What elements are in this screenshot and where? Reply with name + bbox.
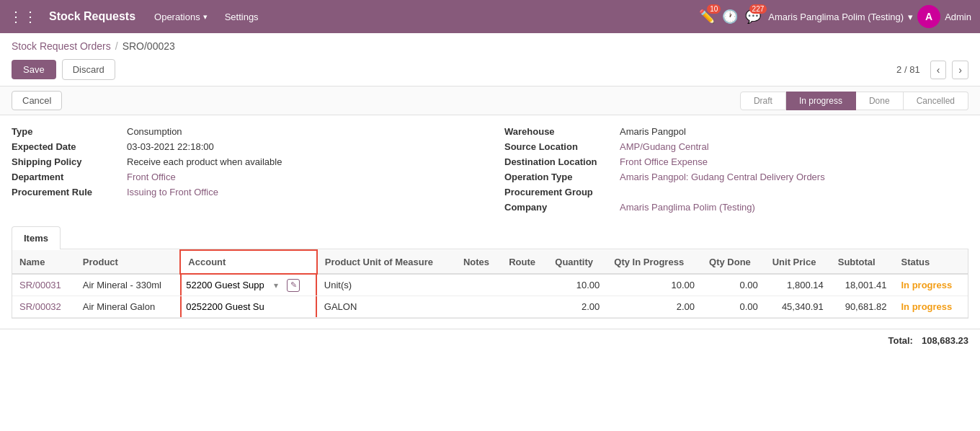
status-steps: Draft In progress Done Cancelled <box>740 92 968 110</box>
label-procurement-group: Procurement Group <box>504 187 620 197</box>
edit-badge: 10 <box>707 4 721 14</box>
cell-product-1: Air Mineral Galon <box>76 296 181 318</box>
form-right: Warehouse Amaris Pangpol Source Location… <box>504 124 968 215</box>
cell-unit-price-0: 1,800.14 <box>765 274 831 296</box>
account-edit-icon-0[interactable]: ✎ <box>287 279 300 292</box>
table-container: Name Product Account Product Unit of Mea… <box>12 249 968 319</box>
chat-btn[interactable]: 💬 227 <box>745 9 761 25</box>
cell-notes-1 <box>456 296 502 318</box>
breadcrumb: Stock Request Orders / SRO/00023 <box>0 33 980 56</box>
cell-name-0: SR/00031 <box>12 274 76 296</box>
value-source-location[interactable]: AMP/Gudang Central <box>620 141 709 152</box>
avatar: A <box>917 5 940 28</box>
user-name: Amaris Panglima Polim (Testing) <box>768 12 904 22</box>
label-expected-date: Expected Date <box>12 141 127 152</box>
account-input-1[interactable] <box>182 296 268 317</box>
cell-status-0: In progress <box>894 274 968 296</box>
cell-route-1 <box>502 296 548 318</box>
discard-button[interactable]: Discard <box>62 59 115 80</box>
cell-unit-price-1: 45,340.91 <box>765 296 831 318</box>
navbar-icons: ✏️ 10 🕐 💬 227 Amaris Panglima Polim (Tes… <box>699 5 971 28</box>
value-operation-type[interactable]: Amaris Pangpol: Gudang Central Delivery … <box>620 172 825 182</box>
breadcrumb-parent[interactable]: Stock Request Orders <box>12 40 111 52</box>
col-header-quantity: Quantity <box>548 250 607 274</box>
cell-product-0: Air Mineral - 330ml <box>76 274 181 296</box>
account-dropdown-arrow-0[interactable]: ▾ <box>271 280 281 290</box>
col-header-qty-in-progress: Qty In Progress <box>607 250 702 274</box>
next-page-button[interactable]: › <box>952 61 968 79</box>
status-step-cancelled[interactable]: Cancelled <box>904 92 968 110</box>
cancel-button[interactable]: Cancel <box>12 91 62 110</box>
label-department: Department <box>12 172 127 182</box>
col-header-account: Account <box>180 250 316 274</box>
col-header-qty-done: Qty Done <box>702 250 765 274</box>
cell-account-0[interactable]: ▾ ✎ <box>180 274 316 296</box>
navbar-menu-settings[interactable]: Settings <box>218 9 266 25</box>
main-content: Type Consumption Expected Date 03-03-202… <box>0 115 980 327</box>
value-department[interactable]: Front Office <box>127 172 176 182</box>
form-row-type: Type Consumption <box>12 124 476 139</box>
cell-account-1[interactable] <box>180 296 316 318</box>
grid-icon[interactable]: ⋮⋮ <box>9 8 37 25</box>
form-left: Type Consumption Expected Date 03-03-202… <box>12 124 476 215</box>
cell-qty-in-progress-1: 2.00 <box>607 296 702 318</box>
sr-link-0[interactable]: SR/00031 <box>19 280 61 290</box>
cell-uom-1: GALON <box>317 296 456 318</box>
toolbar: Save Discard 2 / 81 ‹ › <box>0 56 980 86</box>
cell-qty-done-0: 0.00 <box>702 274 765 296</box>
table-row: SR/00032 Air Mineral Galon GALON 2.00 2.… <box>12 296 968 318</box>
label-type: Type <box>12 126 127 137</box>
cell-status-1: In progress <box>894 296 968 318</box>
value-destination-location[interactable]: Front Office Expense <box>620 156 708 167</box>
form-row-destination-location: Destination Location Front Office Expens… <box>504 154 968 169</box>
account-input-0[interactable] <box>182 275 268 296</box>
col-header-unit-price: Unit Price <box>765 250 831 274</box>
tab-items[interactable]: Items <box>12 226 61 249</box>
form-row-expected-date: Expected Date 03-03-2021 22:18:00 <box>12 139 476 154</box>
value-company[interactable]: Amaris Panglima Polim (Testing) <box>620 202 755 213</box>
col-header-notes: Notes <box>456 250 502 274</box>
cell-subtotal-0: 18,001.41 <box>831 274 894 296</box>
pagination-info: 2 / 81 <box>896 64 920 75</box>
form-grid: Type Consumption Expected Date 03-03-202… <box>12 124 968 215</box>
prev-page-button[interactable]: ‹ <box>930 61 947 79</box>
total-label: Total: <box>888 335 913 346</box>
col-header-uom: Product Unit of Measure <box>317 250 456 274</box>
tabs-bar: Items <box>12 226 968 249</box>
clock-btn[interactable]: 🕐 <box>722 9 738 25</box>
form-row-procurement-group: Procurement Group <box>504 185 968 200</box>
form-row-procurement-rule: Procurement Rule Issuing to Front Office <box>12 185 476 200</box>
navbar-menu: Operations Settings <box>147 9 266 25</box>
cell-name-1: SR/00032 <box>12 296 76 318</box>
edit-notifications-btn[interactable]: ✏️ 10 <box>699 9 715 25</box>
col-header-status: Status <box>894 250 968 274</box>
dropdown-arrow-icon: ▾ <box>908 12 913 22</box>
breadcrumb-current: SRO/00023 <box>122 40 175 52</box>
cell-quantity-0: 10.00 <box>548 274 607 296</box>
status-step-draft[interactable]: Draft <box>740 92 786 110</box>
col-header-product: Product <box>76 250 181 274</box>
label-destination-location: Destination Location <box>504 156 620 167</box>
value-warehouse: Amaris Pangpol <box>620 126 686 137</box>
form-row-source-location: Source Location AMP/Gudang Central <box>504 139 968 154</box>
cell-uom-0: Unit(s) <box>317 274 456 296</box>
col-header-name: Name <box>12 250 76 274</box>
user-role: Admin <box>945 12 971 22</box>
save-button[interactable]: Save <box>12 60 56 79</box>
navbar-menu-operations[interactable]: Operations <box>147 9 215 25</box>
label-procurement-rule: Procurement Rule <box>12 187 127 197</box>
status-step-inprogress[interactable]: In progress <box>786 92 856 110</box>
cell-subtotal-1: 90,681.82 <box>831 296 894 318</box>
value-procurement-rule[interactable]: Issuing to Front Office <box>127 187 218 197</box>
sr-link-1[interactable]: SR/00032 <box>19 301 61 312</box>
cell-qty-done-1: 0.00 <box>702 296 765 318</box>
label-company: Company <box>504 202 620 213</box>
form-row-warehouse: Warehouse Amaris Pangpol <box>504 124 968 139</box>
user-menu[interactable]: Amaris Panglima Polim (Testing) ▾ A Admi… <box>768 5 971 28</box>
value-type: Consumption <box>127 126 182 137</box>
label-shipping-policy: Shipping Policy <box>12 156 127 167</box>
table-row: SR/00031 Air Mineral - 330ml ▾ ✎ Unit(s)… <box>12 274 968 296</box>
status-step-done[interactable]: Done <box>856 92 904 110</box>
form-row-department: Department Front Office <box>12 169 476 185</box>
label-warehouse: Warehouse <box>504 126 620 137</box>
